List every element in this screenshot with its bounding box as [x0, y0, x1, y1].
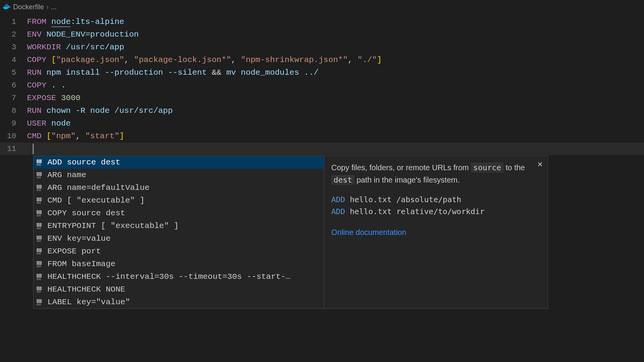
- suggestion-label: CMD [ "executable" ]: [47, 196, 145, 205]
- editor-line[interactable]: 1FROM node:lts-alpine: [0, 15, 644, 28]
- svg-rect-65: [37, 251, 41, 252]
- editor-line[interactable]: 4COPY ["package.json", "package-lock.jso…: [0, 54, 644, 66]
- suggestion-example: ADD hello.txt /absolute/path ADD hello.t…: [331, 194, 541, 218]
- snippet-icon: [36, 171, 44, 179]
- online-documentation-link[interactable]: Online documentation: [331, 226, 541, 238]
- editor-line[interactable]: 2ENV NODE_ENV=production: [0, 28, 644, 41]
- snippet-icon: [36, 158, 44, 167]
- editor-line[interactable]: 7EXPOSE 3000: [0, 92, 644, 104]
- suggestion-item[interactable]: EXPOSE port: [34, 245, 324, 258]
- code-content[interactable]: COPY . .: [27, 79, 66, 92]
- svg-rect-7: [6, 4, 7, 5]
- line-number: 4: [0, 54, 27, 66]
- suggestion-label: FROM baseImage: [47, 260, 115, 268]
- svg-rect-96: [37, 300, 41, 301]
- snippet-icon: [36, 285, 44, 294]
- suggestion-label: LABEL key="value": [47, 298, 130, 307]
- suggestion-item[interactable]: HEALTHCHECK --interval=30s --timeout=30s…: [34, 270, 324, 283]
- chevron-right-icon: ›: [46, 3, 49, 11]
- svg-rect-17: [37, 174, 41, 176]
- svg-rect-4: [5, 5, 6, 6]
- svg-rect-33: [37, 200, 41, 201]
- suggestion-item[interactable]: HEALTHCHECK NONE: [34, 283, 324, 296]
- snippet-icon: [36, 247, 44, 256]
- suggestion-label: ENV key=value: [47, 234, 111, 243]
- editor-line[interactable]: 3WORKDIR /usr/src/app: [0, 41, 644, 54]
- svg-rect-88: [37, 287, 41, 288]
- snippet-icon: [36, 273, 44, 281]
- line-number: 8: [0, 104, 27, 117]
- svg-rect-80: [37, 274, 41, 275]
- suggestion-label: ARG name=defaultValue: [47, 183, 150, 192]
- suggestion-item[interactable]: CMD [ "executable" ]: [34, 194, 324, 207]
- suggestion-label: HEALTHCHECK NONE: [47, 285, 125, 294]
- snippet-icon: [36, 235, 44, 243]
- suggestion-item[interactable]: ARG name=defaultValue: [34, 181, 324, 194]
- suggestion-item[interactable]: LABEL key="value": [34, 296, 324, 308]
- docker-icon: [3, 4, 11, 10]
- svg-rect-41: [37, 213, 41, 214]
- suggestion-doc-panel: ✕ Copy files, folders, or remote URLs fr…: [324, 156, 548, 309]
- editor-line[interactable]: 6COPY . .: [0, 79, 644, 92]
- snippet-icon: [36, 222, 44, 230]
- editor-line[interactable]: 9USER node: [0, 117, 644, 130]
- suggestion-label: EXPOSE port: [47, 247, 101, 256]
- snippet-icon: [36, 298, 44, 307]
- code-content[interactable]: CMD ["npm", "start"]: [27, 130, 124, 142]
- svg-rect-3: [8, 6, 9, 7]
- svg-rect-1: [5, 6, 6, 7]
- line-number: 10: [0, 130, 27, 142]
- editor-line[interactable]: 10CMD ["npm", "start"]: [0, 130, 644, 142]
- editor[interactable]: 1FROM node:lts-alpine2ENV NODE_ENV=produ…: [0, 14, 644, 155]
- code-content[interactable]: WORKDIR /usr/src/app: [27, 41, 124, 54]
- line-number: 1: [0, 15, 27, 28]
- suggestion-label: COPY source dest: [47, 209, 125, 218]
- line-number: 2: [0, 28, 27, 41]
- suggestion-item[interactable]: COPY source dest: [34, 207, 324, 220]
- line-number: 3: [0, 41, 27, 54]
- svg-rect-5: [6, 5, 7, 6]
- code-content[interactable]: RUN chown -R node /usr/src/app: [27, 104, 173, 117]
- code-content[interactable]: EXPOSE 3000: [27, 92, 81, 104]
- svg-rect-49: [37, 225, 41, 226]
- suggestion-label: ENTRYPOINT [ "executable" ]: [47, 221, 179, 230]
- suggestion-list[interactable]: ADD source destARG nameARG name=defaultV…: [33, 156, 324, 309]
- editor-line[interactable]: 8RUN chown -R node /usr/src/app: [0, 104, 644, 117]
- breadcrumb-symbol[interactable]: ...: [51, 3, 57, 11]
- code-content[interactable]: COPY ["package.json", "package-lock.json…: [27, 54, 382, 66]
- close-icon[interactable]: ✕: [537, 159, 543, 170]
- svg-rect-32: [37, 198, 41, 199]
- line-number: 11: [0, 142, 27, 155]
- breadcrumb-file[interactable]: Dockerfile: [13, 3, 44, 11]
- svg-rect-24: [37, 185, 41, 186]
- svg-rect-48: [37, 223, 41, 225]
- svg-rect-97: [37, 302, 41, 303]
- code-content[interactable]: FROM node:lts-alpine: [27, 15, 124, 28]
- line-number: 6: [0, 79, 27, 92]
- suggestion-item[interactable]: FROM baseImage: [34, 258, 324, 270]
- svg-rect-57: [37, 238, 41, 239]
- line-number: 5: [0, 66, 27, 79]
- code-content[interactable]: USER node: [27, 117, 71, 130]
- suggestion-description: Copy files, folders, or remote URLs from…: [331, 161, 541, 186]
- doc-source-token: source: [471, 163, 503, 173]
- svg-rect-2: [6, 6, 7, 7]
- svg-rect-40: [37, 211, 41, 212]
- suggestion-item[interactable]: ENTRYPOINT [ "executable" ]: [34, 220, 324, 232]
- snippet-icon: [36, 196, 44, 205]
- suggestion-item[interactable]: ARG name: [34, 169, 324, 181]
- svg-rect-25: [37, 187, 41, 188]
- editor-line[interactable]: 11: [0, 142, 644, 155]
- breadcrumb[interactable]: Dockerfile › ...: [0, 0, 644, 14]
- svg-rect-73: [37, 263, 41, 265]
- line-number: 7: [0, 92, 27, 104]
- suggestion-item[interactable]: ENV key=value: [34, 232, 324, 245]
- svg-rect-0: [4, 6, 5, 7]
- svg-rect-81: [37, 276, 41, 277]
- code-content[interactable]: RUN npm install --production --silent &&…: [27, 66, 319, 79]
- doc-dest-token: dest: [331, 175, 354, 185]
- suggestion-item[interactable]: ADD source dest: [34, 156, 324, 169]
- editor-line[interactable]: 5RUN npm install --production --silent &…: [0, 66, 644, 79]
- code-content[interactable]: ENV NODE_ENV=production: [27, 28, 139, 41]
- suggestion-label: ADD source dest: [47, 158, 120, 167]
